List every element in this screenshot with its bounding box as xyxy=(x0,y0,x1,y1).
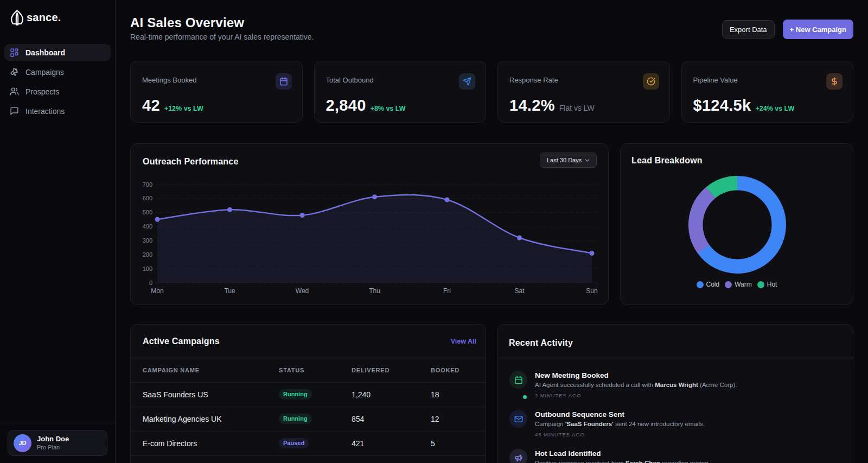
svg-text:600: 600 xyxy=(143,195,152,201)
svg-text:Sat: Sat xyxy=(514,287,525,295)
svg-text:300: 300 xyxy=(143,237,152,244)
svg-text:Mon: Mon xyxy=(151,287,163,295)
svg-text:Tue: Tue xyxy=(224,287,235,295)
svg-text:100: 100 xyxy=(143,265,152,272)
svg-text:400: 400 xyxy=(143,223,152,230)
svg-text:Fri: Fri xyxy=(443,287,451,295)
svg-text:200: 200 xyxy=(143,251,152,258)
svg-text:700: 700 xyxy=(143,181,152,188)
svg-text:500: 500 xyxy=(143,209,152,215)
svg-text:Sun: Sun xyxy=(586,287,597,295)
svg-text:0: 0 xyxy=(149,280,152,286)
svg-text:Wed: Wed xyxy=(296,287,309,295)
svg-text:Thu: Thu xyxy=(369,287,380,295)
